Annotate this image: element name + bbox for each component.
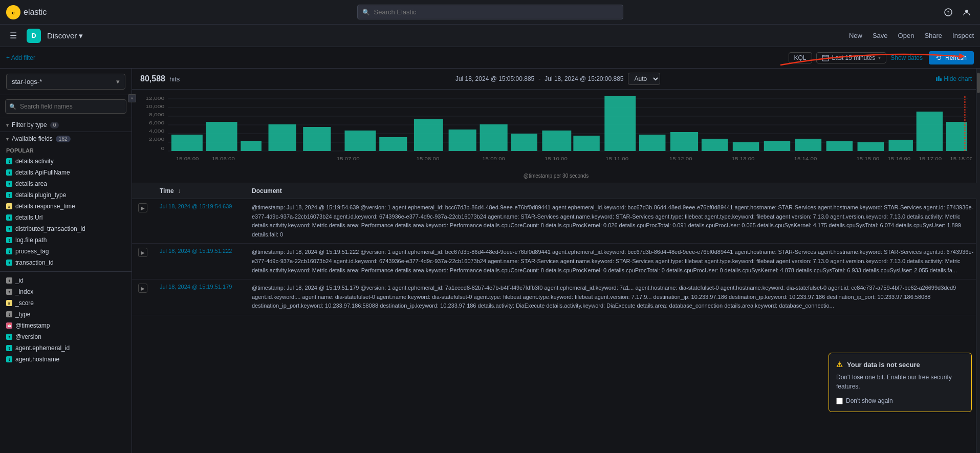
svg-text:15:11:00: 15:11:00 xyxy=(605,156,628,161)
sidebar: star-logs-* ▾ 🔍 ▾ Filter by type 0 ▾ Ava… xyxy=(0,69,132,453)
field-item-details-response-time[interactable]: # details.response_time xyxy=(0,201,132,212)
field-name: details.ApiFullName xyxy=(15,169,70,176)
time-col-label: Time xyxy=(160,187,174,195)
field-item-details-plugin-type[interactable]: t details.plugin_type xyxy=(0,189,132,201)
field-item-agent-hostname[interactable]: t agent.hostname xyxy=(0,354,132,365)
help-icon[interactable]: ? xyxy=(941,5,955,19)
global-search-input[interactable] xyxy=(357,5,623,19)
field-item-details-activity[interactable]: t details.activity xyxy=(0,156,132,167)
scrollbar-track[interactable] xyxy=(976,69,980,453)
svg-rect-44 xyxy=(733,142,759,151)
save-link[interactable]: Save xyxy=(873,32,888,39)
index-pattern-label: star-logs-* xyxy=(12,78,42,85)
share-link[interactable]: Share xyxy=(924,32,942,39)
svg-text:15:07:00: 15:07:00 xyxy=(337,156,360,161)
field-item-details-area[interactable]: t details.area xyxy=(0,178,132,189)
field-item-id[interactable]: t _id xyxy=(0,275,132,286)
interval-select[interactable]: Auto xyxy=(628,73,660,85)
time-col-header[interactable]: Time ↓ xyxy=(154,183,246,199)
discover-label-text: Discover xyxy=(47,31,77,40)
menu-toggle-button[interactable]: ☰ xyxy=(6,29,20,43)
svg-rect-38 xyxy=(542,131,571,151)
add-filter-button[interactable]: + Add filter xyxy=(6,54,35,61)
document-cell: @timestamp: Jul 18, 2024 @ 15:19:51.179 … xyxy=(246,279,980,315)
svg-rect-50 xyxy=(917,112,943,151)
svg-text:4,000: 4,000 xyxy=(149,128,165,134)
results-table-area[interactable]: Time ↓ Document ▶ Jul 18, 2024 @ 15:19:5… xyxy=(132,183,980,453)
row-expand-button[interactable]: ▶ xyxy=(138,284,147,293)
open-link[interactable]: Open xyxy=(898,32,914,39)
svg-text:15:08:00: 15:08:00 xyxy=(417,156,440,161)
hits-label: hits xyxy=(169,75,180,83)
svg-rect-37 xyxy=(511,134,537,151)
time-picker[interactable]: Last 15 minutes ▾ xyxy=(816,52,887,63)
hide-chart-button[interactable]: Hide chart xyxy=(935,75,972,82)
user-icon[interactable] xyxy=(960,5,974,19)
svg-text:2,000: 2,000 xyxy=(149,137,165,142)
table-row[interactable]: ▶ Jul 18, 2024 @ 15:19:51.179 @timestamp… xyxy=(132,279,980,315)
field-item-version[interactable]: t @version xyxy=(0,331,132,342)
field-item-index[interactable]: t _index xyxy=(0,286,132,297)
show-dates-link[interactable]: Show dates xyxy=(890,54,923,61)
dont-show-checkbox[interactable] xyxy=(836,398,843,404)
field-type-icon: t xyxy=(6,277,12,284)
field-item-timestamp[interactable]: 📅 @timestamp xyxy=(0,320,132,331)
elastic-logo-icon: e xyxy=(6,5,20,19)
popular-section-label: Popular xyxy=(0,145,132,156)
field-name: log.file.path xyxy=(15,236,47,244)
field-item-process-tag[interactable]: t process_tag xyxy=(0,246,132,257)
sidebar-collapse-button[interactable]: « xyxy=(128,94,136,102)
search-fields-input[interactable] xyxy=(5,99,126,114)
security-popup-title: ⚠ Your data is not secure xyxy=(836,360,964,369)
svg-text:15:09:00: 15:09:00 xyxy=(482,156,505,161)
field-item-log-file-path[interactable]: t log.file.path xyxy=(0,234,132,246)
available-fields-header[interactable]: ▾ Available fields 162 xyxy=(0,132,132,145)
inspect-link[interactable]: Inspect xyxy=(952,32,974,39)
index-pattern-button[interactable]: star-logs-* ▾ xyxy=(6,74,125,90)
svg-rect-45 xyxy=(764,141,790,151)
refresh-button[interactable]: Refresh xyxy=(929,51,974,64)
field-item-details-apifullname[interactable]: t details.ApiFullName xyxy=(0,167,132,178)
sort-icon: ↓ xyxy=(178,187,181,195)
warning-icon: ⚠ xyxy=(836,360,843,369)
new-link[interactable]: New xyxy=(849,32,862,39)
chart-area: 12,000 10,000 8,000 6,000 4,000 2,000 0 xyxy=(132,90,980,183)
scrollbar-thumb[interactable] xyxy=(977,73,980,93)
kql-button[interactable]: KQL xyxy=(789,52,812,63)
hide-chart-label: Hide chart xyxy=(944,75,972,82)
field-item-transaction-id[interactable]: t transaction_id xyxy=(0,257,132,268)
svg-rect-32 xyxy=(344,131,376,151)
field-item-type[interactable]: t _type xyxy=(0,309,132,320)
document-col-header: Document xyxy=(246,183,980,199)
svg-text:15:17:00: 15:17:00 xyxy=(919,156,942,161)
filter-by-type[interactable]: ▾ Filter by type 0 xyxy=(0,118,132,132)
field-name: @timestamp xyxy=(15,322,50,329)
row-expand-button[interactable]: ▶ xyxy=(138,203,147,212)
svg-text:?: ? xyxy=(947,10,949,15)
svg-text:10,000: 10,000 xyxy=(145,104,164,109)
table-row[interactable]: ▶ Jul 18, 2024 @ 15:19:51.222 @timestamp… xyxy=(132,244,980,279)
elastic-logo[interactable]: e elastic xyxy=(6,5,47,19)
field-type-icon: t xyxy=(6,356,12,362)
security-popup-title-text: Your data is not secure xyxy=(847,361,920,369)
histogram-svg: 12,000 10,000 8,000 6,000 4,000 2,000 0 xyxy=(140,94,972,170)
field-item-score[interactable]: # _score xyxy=(0,297,132,309)
field-item-distributed-transaction-id[interactable]: t distributed_transaction_id xyxy=(0,223,132,234)
field-item-details-url[interactable]: t details.Url xyxy=(0,212,132,223)
field-name: details.response_time xyxy=(15,203,75,210)
discover-nav-item[interactable]: Discover ▾ xyxy=(47,31,83,40)
time-range-display: Jul 18, 2024 @ 15:05:00.885 - Jul 18, 20… xyxy=(455,73,660,85)
document-cell: @timestamp: Jul 18, 2024 @ 15:19:54.639 … xyxy=(246,199,980,244)
hits-count: 80,588 xyxy=(140,74,165,83)
field-item-agent-ephemeral-id[interactable]: t agent.ephemeral_id xyxy=(0,342,132,354)
field-type-icon: t xyxy=(6,169,12,176)
svg-rect-30 xyxy=(269,124,296,151)
field-type-icon: # xyxy=(6,203,12,209)
results-table: Time ↓ Document ▶ Jul 18, 2024 @ 15:19:5… xyxy=(132,183,980,315)
table-row[interactable]: ▶ Jul 18, 2024 @ 15:19:54.639 @timestamp… xyxy=(132,199,980,244)
row-expand-button[interactable]: ▶ xyxy=(138,248,147,257)
field-name: @version xyxy=(15,333,41,340)
field-type-icon: t xyxy=(6,334,12,340)
expand-col-header xyxy=(132,183,154,199)
field-name: transaction_id xyxy=(15,259,54,266)
